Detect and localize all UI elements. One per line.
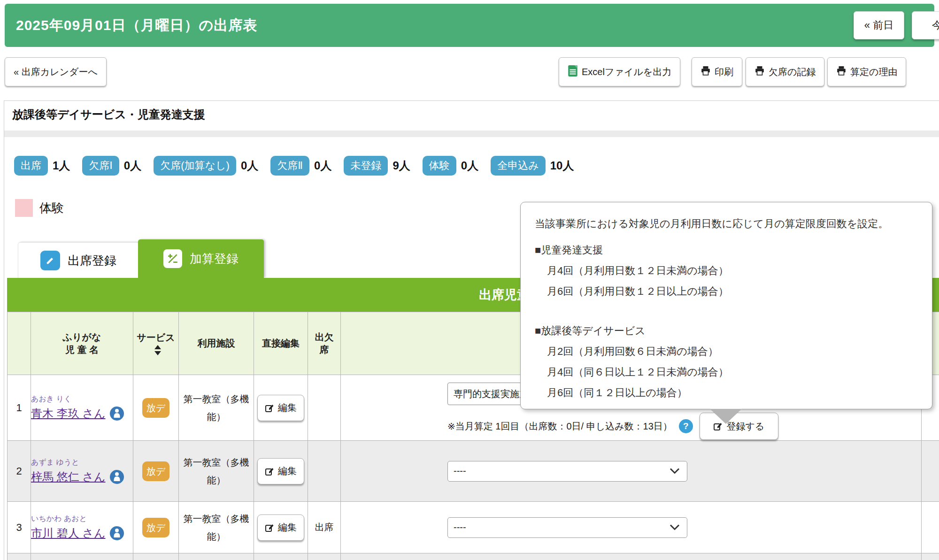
attendance-cell: 出席 — [308, 502, 341, 553]
edit-button[interactable]: 編集 — [257, 395, 304, 421]
child-name-link[interactable]: 梓馬 悠仁 さん — [31, 469, 105, 484]
child-name-cell: あおき りく 青木 李玖 さん — [31, 375, 133, 441]
tooltip-intro: 当該事業所における対象児の月利用日数に応じて月の算定限度回数を設定。 — [535, 215, 918, 233]
edit-button-label: 編集 — [278, 465, 297, 477]
child-name-link[interactable]: 市川 碧人 さん — [31, 526, 105, 541]
badge-pair: 体験 0人 — [423, 156, 478, 176]
print-label: 印刷 — [715, 66, 733, 78]
tab-addon-register[interactable]: 加算登録 — [138, 239, 264, 278]
row-number: 1 — [8, 375, 31, 441]
today-button[interactable]: 今日 — [912, 11, 939, 39]
status-badge: 欠席(加算なし) — [154, 156, 236, 176]
excel-export-button[interactable]: Excelファイルを出力 — [559, 57, 680, 86]
table-row: 3 いちかわ あおと 市川 碧人 さん 放デ 第一教室（多機能） 編集 出席 — [8, 502, 939, 553]
calc-limit-tooltip: 当該事業所における対象児の月利用日数に応じて月の算定限度回数を設定。 ■児童発達… — [520, 202, 932, 409]
trial-legend: 体験 — [15, 199, 64, 217]
help-icon[interactable]: ? — [679, 419, 693, 433]
child-furigana: あおき りく — [31, 394, 133, 404]
person-icon[interactable] — [110, 470, 124, 484]
edit-button[interactable]: 編集 — [257, 514, 304, 541]
tab-addon-label: 加算登録 — [190, 251, 239, 267]
edit-button[interactable]: 編集 — [257, 458, 304, 484]
edit-button-label: 編集 — [278, 521, 297, 534]
badge-pair: 欠席Ⅱ 0人 — [270, 156, 331, 176]
status-badge: 体験 — [423, 156, 456, 176]
service-cell: 放デ — [133, 375, 179, 441]
tooltip-item: 月2回（月利用回数６日未満の場合） — [535, 341, 918, 362]
tooltip-section-heading: ■児童発達支援 — [535, 240, 918, 261]
chevron-down-icon — [669, 522, 680, 533]
tab-attendance-label: 出席登録 — [68, 253, 116, 269]
service-section-title: 放課後等デイサービス・児童発達支援 — [12, 107, 205, 122]
status-count: 0人 — [314, 158, 331, 173]
service-cell: 放デ — [133, 441, 179, 502]
direct-edit-cell: 編集 — [254, 502, 308, 553]
trial-legend-label: 体験 — [39, 200, 64, 216]
tooltip-arrow — [710, 409, 742, 424]
tooltip-item: 月6回（同１２日以上の場合） — [535, 383, 918, 403]
overflow-cell — [922, 502, 939, 553]
absence-record-button[interactable]: 欠席の記録 — [746, 57, 824, 86]
header-direct-edit: 直接編集 — [254, 312, 308, 375]
trial-color-swatch — [15, 199, 33, 217]
status-count: 9人 — [393, 158, 410, 173]
page-title: 2025年09月01日（月曜日）の出席表 — [16, 4, 257, 47]
direct-edit-cell: 編集 — [254, 441, 308, 502]
printer-icon — [700, 66, 711, 78]
status-badge: 未登録 — [344, 156, 388, 176]
person-icon[interactable] — [110, 407, 124, 421]
addon-dropdown-value: ---- — [454, 522, 466, 533]
service-badge: 放デ — [142, 398, 169, 418]
direct-edit-cell: 編集 — [254, 375, 308, 441]
status-badges-row: 出席 1人 欠席Ⅰ 0人 欠席(加算なし) 0人 欠席Ⅱ 0人 未登録 9人 体… — [14, 156, 574, 176]
header-service: サービス — [133, 312, 179, 375]
addon-cell: ---- — [341, 441, 922, 502]
attendance-calendar-back-button[interactable]: « 出席カレンダーへ — [5, 57, 107, 86]
header-name-line: 児 童 名 — [31, 344, 133, 356]
facility-cell: 第一教室（多機能） — [179, 502, 254, 553]
calc-note: ※当月算定 1回目（出席数：0日/ 申し込み数：13日） — [447, 420, 672, 433]
page: 2025年09月01日（月曜日）の出席表 « 前日 今日 « 出席カレンダーへ … — [0, 0, 939, 560]
print-button[interactable]: 印刷 — [692, 57, 742, 86]
absence-record-label: 欠席の記録 — [769, 66, 816, 78]
status-count: 1人 — [53, 158, 70, 173]
service-badge: 放デ — [142, 518, 169, 537]
tab-attendance-register[interactable]: 出席登録 — [18, 242, 139, 278]
table-row — [8, 553, 939, 560]
header-facility: 利用施設 — [179, 312, 254, 375]
printer-icon — [836, 66, 847, 78]
printer-icon — [754, 66, 765, 78]
badge-pair: 出席 1人 — [14, 156, 70, 176]
status-badge: 全申込み — [491, 156, 546, 176]
child-name-link[interactable]: 青木 李玖 さん — [31, 406, 105, 421]
tooltip-section-heading: ■放課後等デイサービス — [535, 321, 918, 341]
table-band-title: 出席児童 — [479, 278, 523, 312]
badge-pair: 欠席(加算なし) 0人 — [154, 156, 258, 176]
addon-dropdown[interactable]: ---- — [447, 517, 687, 538]
child-name-cell: いちかわ あおと 市川 碧人 さん — [31, 502, 133, 553]
badge-pair: 未登録 9人 — [344, 156, 410, 176]
service-cell: 放デ — [133, 502, 179, 553]
facility-cell: 第一教室（多機能） — [179, 441, 254, 502]
sort-icon[interactable] — [154, 345, 161, 355]
attendance-cell — [308, 375, 341, 441]
status-badge: 欠席Ⅱ — [270, 156, 309, 176]
addon-cell: ---- — [341, 502, 922, 553]
header-service-label: サービス — [137, 332, 175, 343]
header-kana-line: ふりがな — [31, 331, 133, 344]
person-icon[interactable] — [110, 526, 124, 540]
status-count: 0人 — [461, 158, 478, 173]
child-furigana: あずま ゆうと — [31, 458, 133, 468]
row-number: 2 — [8, 441, 31, 502]
facility-cell: 第一教室（多機能） — [179, 375, 254, 441]
section-divider — [4, 130, 939, 137]
excel-export-label: Excelファイルを出力 — [582, 66, 671, 78]
status-badge: 出席 — [14, 156, 48, 176]
pencil-icon — [40, 251, 60, 270]
prev-day-button[interactable]: « 前日 — [854, 11, 904, 39]
addon-dropdown[interactable]: ---- — [447, 461, 687, 482]
child-name-cell: あずま ゆうと 梓馬 悠仁 さん — [31, 441, 133, 502]
calc-reason-button[interactable]: 算定の理由 — [827, 57, 906, 86]
header-blank — [8, 312, 31, 375]
status-count: 0人 — [124, 158, 141, 173]
